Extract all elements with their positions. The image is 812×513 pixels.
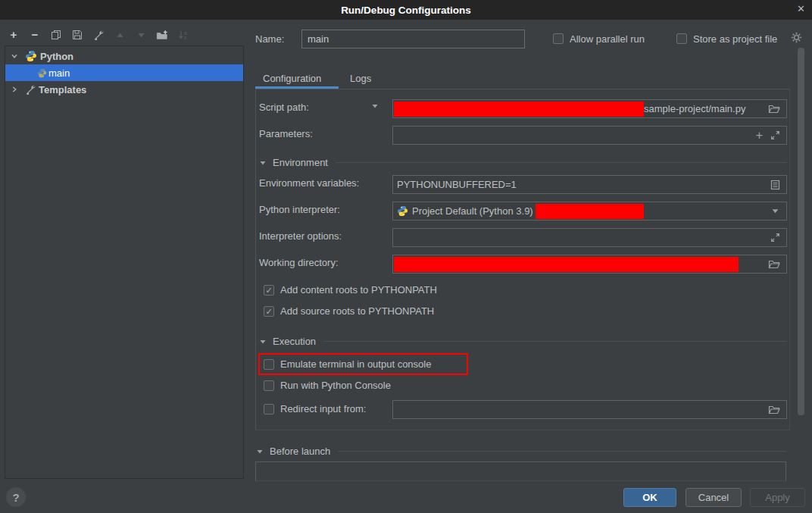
chevron-down-icon[interactable]: [10, 52, 19, 60]
run-with-python-console-row: Run with Python Console: [264, 380, 391, 391]
add-source-roots-checkbox[interactable]: ✓: [264, 306, 274, 317]
store-as-project-file-checkbox[interactable]: [676, 33, 687, 44]
remove-configuration-icon[interactable]: −: [29, 29, 41, 41]
collapse-icon[interactable]: [256, 448, 264, 455]
collapse-icon[interactable]: [259, 338, 267, 346]
interpreter-options-label: Interpreter options:: [259, 230, 342, 242]
section-title: Environment: [273, 157, 328, 168]
title-bar: Run/Debug Configurations: [0, 0, 812, 20]
chevron-right-icon[interactable]: [10, 86, 19, 93]
move-up-icon[interactable]: [114, 29, 126, 41]
tree-item-label: main: [48, 67, 70, 79]
svg-text:z: z: [184, 35, 186, 40]
folder-icon[interactable]: [768, 405, 780, 414]
tree-item-main[interactable]: main: [5, 64, 243, 81]
parameters-field[interactable]: +: [392, 126, 787, 145]
add-configuration-icon[interactable]: +: [8, 29, 20, 41]
run-with-python-console-checkbox[interactable]: [264, 380, 274, 391]
allow-parallel-run-label: Allow parallel run: [570, 33, 645, 45]
tab-configuration[interactable]: Configuration: [263, 73, 321, 84]
allow-parallel-run-checkbox[interactable]: [553, 33, 564, 44]
before-launch-task-list[interactable]: [255, 461, 786, 481]
configurations-toolbar: + − az: [8, 27, 189, 42]
add-content-roots-checkbox[interactable]: ✓: [264, 285, 274, 296]
chevron-down-icon[interactable]: [371, 102, 379, 110]
collapse-icon[interactable]: [259, 159, 267, 167]
section-title: Execution: [273, 336, 316, 347]
redirect-input-field[interactable]: [392, 400, 787, 419]
environment-variables-label: Environment variables:: [259, 177, 359, 189]
section-rule: [338, 451, 786, 452]
expand-icon[interactable]: [770, 130, 780, 140]
move-down-icon[interactable]: [135, 29, 147, 41]
redacted-value: [394, 257, 739, 272]
interpreter-options-field[interactable]: [392, 228, 787, 247]
close-icon[interactable]: ✕: [797, 3, 805, 14]
add-source-roots-label: Add source roots to PYTHONPATH: [280, 305, 434, 317]
help-button[interactable]: ?: [6, 487, 26, 507]
working-directory-field[interactable]: [392, 255, 787, 274]
wrench-icon: [25, 84, 36, 95]
edit-templates-icon[interactable]: [92, 29, 105, 41]
python-icon: [25, 50, 37, 62]
python-icon: [37, 68, 47, 78]
ok-button[interactable]: OK: [623, 488, 676, 507]
python-interpreter-combobox[interactable]: Project Default (Python 3.9): [392, 202, 787, 221]
edit-list-icon[interactable]: [770, 180, 780, 190]
dropdown-arrow-icon[interactable]: [771, 207, 779, 215]
store-as-project-file-label: Store as project file: [693, 33, 777, 45]
tab-logs[interactable]: Logs: [350, 73, 371, 84]
add-source-roots-row: ✓ Add source roots to PYTHONPATH: [264, 305, 434, 317]
python-interpreter-label: Python interpreter:: [259, 204, 340, 215]
redirect-input-label: Redirect input from:: [280, 403, 366, 414]
redacted-value: [394, 102, 644, 117]
section-title: Before launch: [270, 446, 330, 457]
tree-item-label: Templates: [39, 84, 86, 95]
script-path-label: Script path:: [259, 102, 309, 113]
before-launch-section-header: Before launch: [256, 446, 786, 457]
apply-button[interactable]: Apply: [750, 488, 805, 507]
run-debug-configurations-dialog: Run/Debug Configurations ✕ + − az: [0, 0, 812, 513]
redacted-value: [536, 204, 644, 219]
tree-item-templates[interactable]: Templates: [5, 81, 243, 98]
name-input[interactable]: [301, 30, 525, 48]
execution-section-header: Execution: [259, 336, 787, 347]
save-configuration-icon[interactable]: [71, 29, 83, 41]
folder-icon[interactable]: [768, 259, 780, 269]
folder-icon[interactable]: [768, 104, 780, 114]
parameters-label: Parameters:: [259, 128, 313, 139]
emulate-terminal-label: Emulate terminal in output console: [280, 358, 431, 370]
section-rule: [336, 162, 787, 163]
working-directory-label: Working directory:: [259, 257, 339, 268]
environment-section-header: Environment: [259, 157, 787, 168]
tree-item-label: Python: [40, 51, 73, 62]
tree-item-python[interactable]: Python: [5, 48, 243, 64]
new-folder-icon[interactable]: [156, 29, 168, 41]
section-rule: [323, 341, 787, 342]
environment-variables-field[interactable]: PYTHONUNBUFFERED=1: [392, 175, 787, 194]
gear-icon[interactable]: [791, 32, 802, 43]
plus-icon[interactable]: +: [756, 129, 763, 142]
configurations-tree: Python main Templates: [5, 45, 244, 479]
configuration-form: Script path: sample-project/main.py Para…: [255, 89, 790, 430]
cancel-button[interactable]: Cancel: [686, 488, 742, 507]
dialog-title: Run/Debug Configurations: [341, 5, 471, 16]
redirect-input-row: Redirect input from:: [264, 403, 366, 414]
emulate-terminal-checkbox[interactable]: [264, 359, 274, 370]
add-content-roots-row: ✓ Add content roots to PYTHONPATH: [264, 284, 437, 296]
add-content-roots-label: Add content roots to PYTHONPATH: [280, 284, 437, 296]
expand-icon[interactable]: [770, 233, 780, 242]
vertical-scrollbar-thumb[interactable]: [798, 48, 804, 415]
emulate-terminal-highlight: Emulate terminal in output console: [258, 353, 468, 375]
python-icon: [397, 205, 408, 217]
name-label: Name:: [255, 33, 284, 45]
run-with-python-console-label: Run with Python Console: [280, 380, 391, 391]
redirect-input-checkbox[interactable]: [264, 404, 274, 414]
script-path-field[interactable]: sample-project/main.py: [392, 99, 787, 118]
environment-variables-value: PYTHONUNBUFFERED=1: [397, 179, 517, 190]
script-path-value: sample-project/main.py: [644, 103, 745, 114]
python-interpreter-value: Project Default (Python 3.9): [412, 205, 533, 217]
sort-alphabetically-icon[interactable]: az: [177, 29, 189, 41]
copy-configuration-icon[interactable]: [50, 29, 62, 41]
